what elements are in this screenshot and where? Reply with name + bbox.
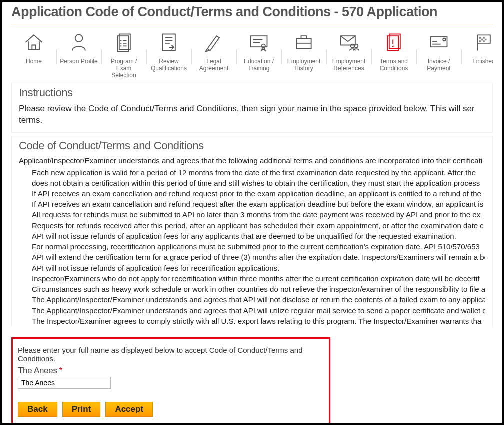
signature-field-label: The Anees* <box>18 366 324 376</box>
briefcase-icon <box>283 29 324 55</box>
nav-step-program-exam[interactable]: Program / Exam Selection <box>101 29 146 79</box>
print-button[interactable]: Print <box>62 402 101 417</box>
instructions-title: Instructions <box>19 86 485 99</box>
terms-item: For normal processing, recertification a… <box>32 242 485 252</box>
nav-label: Employment History <box>283 58 324 72</box>
terms-item: API will extend the certification term f… <box>32 252 485 262</box>
terms-intro: Applicant/Inspector/Examiner understands… <box>19 156 485 165</box>
nav-step-education-training[interactable]: Education / Training <box>236 29 281 72</box>
page-title: Application Code of Conduct/Terms and Co… <box>11 4 493 20</box>
nav-step-invoice-payment[interactable]: Invoice / Payment <box>416 29 461 72</box>
nav-label: Legal Agreement <box>193 58 234 72</box>
svg-point-14 <box>443 38 446 41</box>
nav-label: Employment References <box>328 58 369 72</box>
back-button[interactable]: Back <box>18 402 57 417</box>
nav-step-legal-agreement[interactable]: Legal Agreement <box>191 29 236 72</box>
nav-step-terms-conditions[interactable]: Terms and Conditions <box>371 29 416 72</box>
checklist-icon <box>103 29 144 55</box>
nav-label: Person Profile <box>58 58 99 65</box>
terms-item: Circumstances such as heavy work schedul… <box>32 284 485 294</box>
nav-step-home[interactable]: Home <box>11 29 56 65</box>
terms-list: Each new application is valid for a peri… <box>21 168 485 326</box>
svg-point-0 <box>75 34 83 42</box>
accept-button[interactable]: Accept <box>105 402 153 417</box>
terms-box: Code of Conduct/Terms and Conditions App… <box>11 136 493 326</box>
terms-item: The Applicant/Inspector/Examiner underst… <box>32 295 485 305</box>
terms-item: API will not issue refunds of applicatio… <box>32 231 485 241</box>
instructions-box: Instructions Please review the Code of C… <box>11 83 493 133</box>
person-icon <box>58 29 99 55</box>
nav-label: Invoice / Payment <box>418 58 459 72</box>
signature-highlight-box: Please enter your full name as displayed… <box>11 337 330 424</box>
instructions-body: Please review the Code of Conduct/Terms … <box>19 103 485 126</box>
terms-title: Code of Conduct/Terms and Conditions <box>19 139 485 152</box>
invoice-icon <box>418 29 459 55</box>
nav-step-employment-references[interactable]: Employment References <box>326 29 371 72</box>
terms-item: All requests for refunds must be submitt… <box>32 210 485 220</box>
nav-step-employment-history[interactable]: Employment History <box>281 29 326 72</box>
nav-label: Education / Training <box>238 58 279 72</box>
nav-label: Review Qualifications <box>148 58 189 72</box>
svg-point-9 <box>354 44 358 48</box>
divider <box>11 24 493 24</box>
terms-item: If API receives an exam cancellation and… <box>32 189 485 199</box>
terms-item: Requests for refunds received after this… <box>32 221 485 231</box>
terms-item: Inspector/Examiners who do not apply for… <box>32 274 485 284</box>
terms-item: The Inspector/Examiner agrees to comply … <box>32 316 485 326</box>
nav-step-person-profile[interactable]: Person Profile <box>56 29 101 65</box>
nav-label: Program / Exam Selection <box>103 58 144 79</box>
terms-item: The Applicant/Inspector/Examiner underst… <box>32 306 485 316</box>
signature-name-display: The Anees <box>18 366 57 375</box>
document-arrow-icon <box>148 29 189 55</box>
envelope-people-icon <box>328 29 369 55</box>
terms-item: If API receives an exam cancellation and… <box>32 199 485 209</box>
signature-input[interactable] <box>18 377 111 389</box>
terms-item: Each new application is valid for a peri… <box>32 168 485 188</box>
alert-doc-icon <box>373 29 414 55</box>
pen-icon <box>193 29 234 55</box>
nav-label: Finished <box>463 58 493 65</box>
nav-label: Terms and Conditions <box>373 58 414 72</box>
nav-step-review-qualifications[interactable]: Review Qualifications <box>146 29 191 72</box>
terms-item: API will not issue refunds of applicatio… <box>32 263 485 273</box>
signature-prompt: Please enter your full name as displayed… <box>18 346 324 363</box>
svg-point-12 <box>392 46 394 47</box>
nav-step-finished[interactable]: Finished <box>461 29 493 65</box>
nav-label: Home <box>13 58 54 65</box>
flag-icon <box>463 29 493 55</box>
required-asterisk: * <box>59 366 62 375</box>
home-icon <box>13 29 54 55</box>
button-row: Back Print Accept <box>18 402 324 417</box>
certificate-icon <box>238 29 279 55</box>
wizard-nav: Home Person Profile Program / Exam Selec… <box>11 29 493 79</box>
